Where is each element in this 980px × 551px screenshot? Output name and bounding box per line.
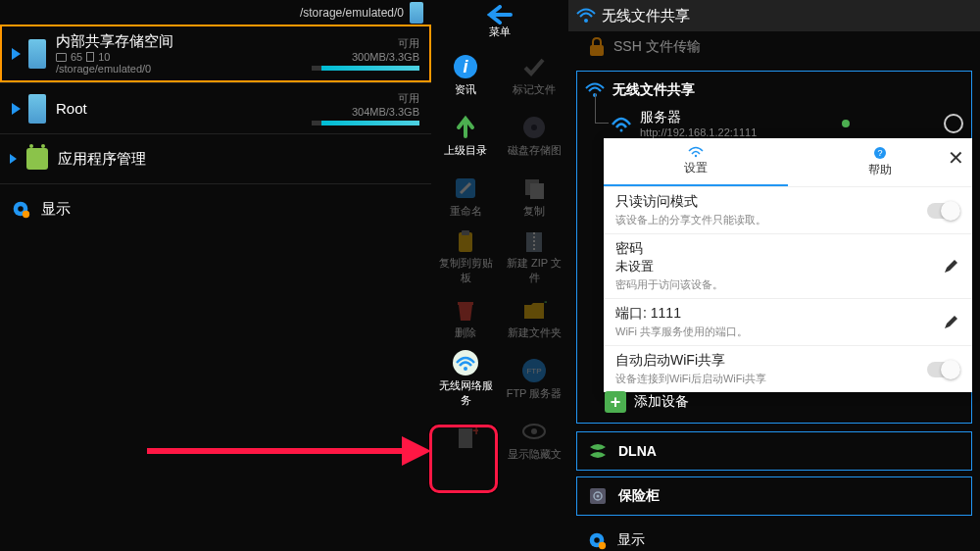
menu-wifi-service[interactable]: 无线网络服务	[431, 348, 500, 409]
pencil-icon	[452, 175, 479, 202]
storage-detail: 65 10	[56, 51, 312, 63]
svg-point-35	[594, 537, 600, 543]
server-label: 服务器	[640, 109, 757, 126]
panel3-header: 无线文件共享	[568, 0, 980, 31]
ssh-label: SSH 文件传输	[613, 38, 701, 56]
add-device[interactable]: + 添加设备	[577, 383, 691, 417]
menu-up-dir[interactable]: 上级目录	[431, 105, 500, 166]
svg-point-17	[464, 367, 467, 371]
ssh-item[interactable]: SSH 文件传输	[568, 31, 980, 63]
gear-icon	[10, 198, 31, 220]
menu-ftp[interactable]: FTP FTP 服务器	[500, 348, 568, 409]
phone-icon	[28, 94, 46, 124]
menu-mark[interactable]: 标记文件	[500, 44, 568, 105]
vault-icon	[587, 485, 609, 507]
svg-text:?: ?	[877, 148, 882, 158]
pencil-icon[interactable]	[943, 315, 958, 330]
menu-back[interactable]: 菜单	[431, 0, 568, 44]
tab-settings[interactable]: 设置	[604, 138, 788, 186]
svg-point-28	[695, 155, 697, 157]
storage-size: 304MB/3.3GB	[312, 106, 419, 118]
folder-plus-icon: +	[520, 296, 548, 324]
menu-info[interactable]: i 资讯	[431, 44, 500, 105]
svg-rect-9	[530, 183, 544, 199]
trash-icon	[452, 296, 479, 324]
storage-item-root[interactable]: Root 可用 304MB/3.3GB	[0, 83, 431, 133]
play-icon	[12, 48, 21, 60]
menu-show-hidden[interactable]: 显示隐藏文	[500, 409, 568, 470]
dlna-icon	[587, 440, 609, 462]
file-icon	[86, 52, 94, 62]
toggle[interactable]	[927, 203, 960, 219]
wifi-signal-icon	[611, 115, 632, 132]
setting-readonly[interactable]: 只读访问模式 该设备上的分享文件只能读取。	[604, 186, 972, 233]
gear-icon	[586, 529, 608, 551]
menu-delete[interactable]: 删除	[431, 287, 500, 348]
menu-zip[interactable]: 新建 ZIP 文件	[500, 226, 568, 287]
wifi-icon	[688, 146, 704, 158]
wifi-icon	[576, 8, 596, 24]
display-item3[interactable]: 显示	[576, 522, 972, 551]
vault-item[interactable]: 保险柜	[576, 476, 972, 516]
lock-icon	[588, 37, 606, 57]
svg-point-23	[531, 428, 537, 434]
svg-rect-14	[458, 302, 473, 305]
plus-icon: +	[605, 391, 626, 413]
phone-icon	[28, 39, 46, 69]
menu-rename[interactable]: 重命名	[431, 166, 500, 226]
storage-bar	[312, 66, 419, 71]
display-label: 显示	[41, 200, 71, 219]
phone-icon	[410, 2, 423, 24]
folder-icon	[56, 53, 67, 62]
svg-point-1	[18, 206, 24, 212]
settings-popup: 设置 ? 帮助 ✕ 只读访问模式 该设备上的分享文件只能读取。 密码 未设置 密…	[604, 138, 972, 392]
toggle[interactable]	[927, 362, 960, 377]
storage-path: /storage/emulated/0	[56, 63, 312, 75]
svg-text:+: +	[544, 297, 547, 310]
storage-title: Root	[56, 100, 312, 117]
wifi-share-box: 无线文件共享 服务器 http://192.168.1.22:1111 设置 ?…	[576, 71, 972, 424]
up-arrow-icon	[452, 114, 479, 141]
close-icon[interactable]: ✕	[948, 146, 964, 170]
svg-point-24	[584, 19, 588, 23]
tab-help[interactable]: ? 帮助	[788, 138, 972, 186]
setting-password[interactable]: 密码 未设置 密码用于访问该设备。	[604, 233, 972, 298]
disk-icon	[520, 114, 548, 141]
setting-port[interactable]: 端口: 1111 WiFi 共享服务使用的端口。	[604, 298, 972, 345]
svg-point-6	[531, 125, 537, 130]
ftp-icon: FTP	[520, 357, 548, 384]
menu-disk-map[interactable]: 磁盘存储图	[500, 105, 568, 166]
app-manager-item[interactable]: 应用程序管理	[0, 134, 431, 183]
menu-clipboard[interactable]: 复制到剪贴板	[431, 226, 500, 287]
svg-rect-11	[462, 230, 469, 235]
server-url: http://192.168.1.22:1111	[640, 126, 757, 138]
back-arrow-icon	[487, 5, 513, 25]
svg-point-2	[23, 211, 29, 218]
clipboard-icon	[452, 228, 479, 254]
server-radio[interactable]	[944, 114, 963, 133]
menu-new-folder[interactable]: + 新建文件夹	[500, 287, 568, 348]
storage-status: 可用	[312, 91, 419, 106]
storage-status: 可用	[312, 36, 419, 51]
svg-text:FTP: FTP	[526, 367, 541, 376]
check-icon	[520, 53, 548, 80]
zip-icon	[520, 228, 548, 254]
dlna-item[interactable]: DLNA	[576, 431, 972, 471]
wifi-box-title[interactable]: 无线文件共享	[583, 77, 965, 103]
header-title: 无线文件共享	[602, 7, 690, 25]
path-bar: /storage/emulated/0	[0, 0, 431, 25]
app-manager-label: 应用程序管理	[58, 150, 146, 169]
display-item[interactable]: 显示	[0, 184, 431, 233]
copy-icon	[520, 175, 548, 202]
current-path: /storage/emulated/0	[300, 6, 404, 20]
storage-item-internal[interactable]: 内部共享存储空间 65 10 /storage/emulated/0 可用 30…	[0, 25, 431, 82]
storage-title: 内部共享存储空间	[56, 32, 312, 51]
svg-rect-25	[590, 45, 604, 56]
status-dot	[842, 120, 850, 127]
play-icon	[12, 103, 21, 115]
eye-icon	[520, 418, 548, 445]
menu-copy[interactable]: 复制	[500, 166, 568, 226]
highlight-box	[429, 425, 498, 493]
info-icon: i	[452, 53, 479, 80]
pencil-icon[interactable]	[943, 259, 958, 275]
